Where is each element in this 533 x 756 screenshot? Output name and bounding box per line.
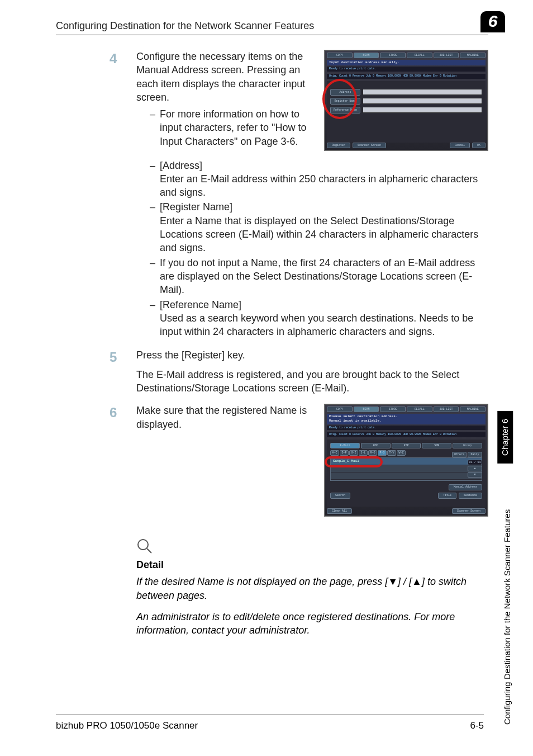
side-chapter-tab: Chapter 6 (497, 411, 513, 464)
others-button[interactable]: Others (452, 452, 467, 457)
address-desc: Enter an E-Mail address within 250 chara… (160, 173, 478, 198)
list-item[interactable] (331, 465, 482, 472)
ss-tab-scan[interactable]: SCAN (354, 53, 379, 58)
step-number: 6 (56, 404, 136, 422)
type-hdd[interactable]: HDD (361, 443, 391, 448)
scanner-screen-button[interactable]: Scanner Screen (452, 508, 486, 514)
footer-left: bizhub PRO 1050/1050e Scanner (56, 720, 198, 733)
step4-bullet-2: [Address] Enter an E-Mail address within… (150, 159, 488, 200)
ss-status-b: Orig. Count 0 Reserve Job 0 Memory 100.0… (327, 432, 486, 437)
type-email[interactable]: E-Mail (330, 443, 360, 448)
ss-tab-copy[interactable]: COPY (327, 53, 353, 58)
sentence-button[interactable]: Sentence (459, 493, 482, 499)
register-name-input[interactable] (363, 98, 482, 104)
ss-message: Input destination address manually. (327, 60, 486, 65)
chapter-badge: 6 (480, 11, 505, 32)
step4-bullet-5: [Reference Name] Used as a search keywor… (150, 298, 488, 339)
step-body: COPY SCAN STORE RECALL JOB LIST MACHINE … (136, 404, 488, 521)
regname-label: [Register Name] (160, 201, 232, 212)
detail-block: Detail If the desired Name is not displa… (136, 538, 488, 637)
letter-tv[interactable]: T-V (387, 450, 396, 456)
search-button[interactable]: Search (330, 493, 350, 499)
footer-right: 6-5 (470, 720, 484, 733)
magnifier-icon (136, 538, 153, 555)
type-smb[interactable]: SMB (422, 443, 451, 448)
detail-para1: If the desired Name is not displayed on … (136, 575, 488, 602)
letter-ps[interactable]: P-S (378, 450, 387, 456)
page-header: Configuring Destination for the Network … (56, 17, 488, 35)
address-button[interactable]: Address (330, 89, 360, 96)
list-item[interactable] (331, 472, 482, 480)
step-5: 5 Press the [Register] key. The E-Mail a… (56, 348, 488, 395)
ss-tab-scan[interactable]: SCAN (354, 407, 379, 412)
daily-button[interactable]: Daily (468, 452, 482, 457)
step-number: 4 (56, 50, 136, 68)
detail-para2: An administrator is to edit/delete once … (136, 610, 488, 637)
step-body: COPY SCAN STORE RECALL JOB LIST MACHINE … (136, 50, 488, 339)
list-item[interactable]: Sample_E-Mail (331, 458, 482, 465)
ss-tab-recall[interactable]: RECALL (407, 407, 432, 412)
page-content: Configuring Destination for the Network … (0, 0, 533, 637)
address-label: [Address] (160, 160, 202, 171)
step5-para1: Press the [Register] key. (136, 348, 488, 362)
letter-df[interactable]: D-F (340, 450, 349, 456)
step-6: 6 COPY SCAN STORE RECALL JOB LIST MACHIN… (56, 404, 488, 521)
address-input[interactable] (363, 89, 482, 95)
page-up-button[interactable]: ▲ (468, 466, 482, 471)
ss-status-b: Orig. Count 0 Reserve Job 0 Memory 100.0… (327, 74, 486, 79)
type-ftp[interactable]: FTP (392, 443, 421, 448)
register-name-button[interactable]: Register Name (330, 98, 360, 105)
refname-label: [Reference Name] (160, 299, 241, 310)
step5-para2: The E-Mail address is registered, and yo… (136, 368, 488, 395)
letter-jl[interactable]: J-L (359, 450, 368, 456)
page-count: 01 / 01 (468, 460, 482, 465)
page-down-button[interactable]: ▼ (468, 472, 482, 478)
ss-tab-machine[interactable]: MACHINE (460, 53, 486, 58)
step4-bullet-1: For more information on how to input cha… (150, 107, 488, 148)
ss-tab-joblist[interactable]: JOB LIST (434, 53, 459, 58)
ss-message: Please select destination address. Manua… (327, 414, 486, 424)
svg-line-1 (147, 549, 151, 553)
letter-wz[interactable]: W-Z (397, 450, 406, 456)
ss-tab-joblist[interactable]: JOB LIST (434, 407, 459, 412)
step-4: 4 COPY SCAN STORE RECALL JOB LIST MACHIN… (56, 50, 488, 339)
step4-bullet-4: If you do not input a Name, the first 24… (150, 256, 488, 297)
regname-desc: Enter a Name that is displayed on the Se… (160, 215, 478, 254)
step-body: Press the [Register] key. The E-Mail add… (136, 348, 488, 395)
ss-tab-store[interactable]: STORE (380, 407, 406, 412)
refname-desc: Used as a search keyword when you search… (160, 313, 473, 337)
letter-gi[interactable]: G-I (349, 450, 358, 456)
screenshot-destination-list: COPY SCAN STORE RECALL JOB LIST MACHINE … (324, 404, 488, 517)
title-button[interactable]: Title (438, 493, 456, 499)
step4-bullet-3: [Register Name] Enter a Name that is dis… (150, 200, 488, 254)
detail-title: Detail (136, 558, 488, 571)
ss-tab-copy[interactable]: COPY (327, 407, 353, 412)
ss-tab-machine[interactable]: MACHINE (460, 407, 486, 412)
ss-tab-recall[interactable]: RECALL (407, 53, 432, 58)
ss-status-a: Ready to receive print data. (327, 426, 486, 431)
header-title: Configuring Destination for the Network … (56, 19, 314, 32)
letter-ac[interactable]: A-C (330, 450, 339, 456)
type-group[interactable]: Group (453, 443, 482, 448)
side-section-tab: Configuring Destination for the Network … (502, 484, 513, 725)
ss-status-a: Ready to receive print data. (327, 67, 486, 72)
manual-address-button[interactable]: Manual Address (449, 484, 482, 490)
letter-mo[interactable]: M-O (368, 450, 377, 456)
clear-all-button[interactable]: Clear All (327, 508, 352, 514)
ss-tab-store[interactable]: STORE (380, 53, 406, 58)
page-footer: bizhub PRO 1050/1050e Scanner 6-5 (56, 715, 484, 733)
svg-point-0 (138, 540, 148, 550)
step-number: 5 (56, 348, 136, 366)
